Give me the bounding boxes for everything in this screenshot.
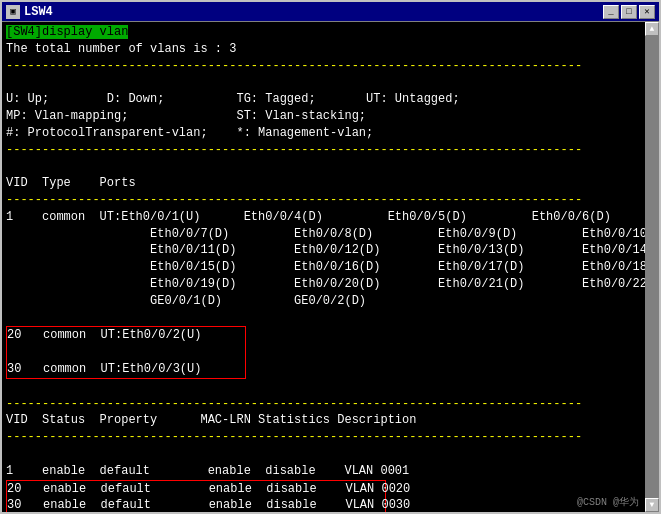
cmd-line: [SW4]display vlan — [6, 24, 655, 41]
vlan1-row1: 1 common UT:Eth0/0/1(U) Eth0/0/4(D) Eth0… — [6, 209, 655, 226]
scrollbar[interactable]: ▲ ▼ — [645, 22, 659, 512]
vlan-status-row1: 1 enable default enable disable VLAN 000… — [6, 463, 655, 480]
window: ▣ LSW4 _ □ ✕ [SW4]display vlan The total… — [0, 0, 661, 514]
title-buttons: _ □ ✕ — [603, 5, 655, 19]
blank3 — [6, 310, 655, 327]
legend-line2: MP: Vlan-mapping; ST: Vlan-stacking; — [6, 108, 655, 125]
separator5: ----------------------------------------… — [6, 429, 655, 446]
separator2: ----------------------------------------… — [6, 142, 655, 159]
title-bar-left: ▣ LSW4 — [6, 5, 53, 19]
vlan20-30-status-highlight: 20 enable default enable disable VLAN 00… — [6, 480, 386, 512]
blank6 — [6, 446, 655, 463]
blank4 — [7, 344, 245, 361]
table-header2: VID Status Property MAC-LRN Statistics D… — [6, 412, 655, 429]
maximize-button[interactable]: □ — [621, 5, 637, 19]
vlan1-row4: Eth0/0/15(D) Eth0/0/16(D) Eth0/0/17(D) E… — [6, 259, 655, 276]
separator3: ----------------------------------------… — [6, 192, 655, 209]
vlan30-row: 30 common UT:Eth0/0/3(U) — [7, 361, 245, 378]
table-header1: VID Type Ports — [6, 175, 655, 192]
vlan-status-row20: 20 enable default enable disable VLAN 00… — [7, 481, 385, 498]
vlan1-row6: GE0/0/1(D) GE0/0/2(D) — [6, 293, 655, 310]
vlan20-30-highlight: 20 common UT:Eth0/0/2(U) 30 common UT:Et… — [6, 326, 246, 378]
vlan1-row5: Eth0/0/19(D) Eth0/0/20(D) Eth0/0/21(D) E… — [6, 276, 655, 293]
vlan20-row: 20 common UT:Eth0/0/2(U) — [7, 327, 245, 344]
scroll-up-button[interactable]: ▲ — [645, 22, 659, 36]
legend-line3: #: ProtocolTransparent-vlan; *: Manageme… — [6, 125, 655, 142]
legend-line1: U: Up; D: Down; TG: Tagged; UT: Untagged… — [6, 91, 655, 108]
vlan-status-row30: 30 enable default enable disable VLAN 00… — [7, 497, 385, 512]
blank2 — [6, 158, 655, 175]
close-button[interactable]: ✕ — [639, 5, 655, 19]
blank5 — [6, 379, 655, 396]
scroll-track[interactable] — [645, 36, 659, 498]
total-vlans-line: The total number of vlans is : 3 — [6, 41, 655, 58]
window-title: LSW4 — [24, 5, 53, 19]
terminal-body: [SW4]display vlan The total number of vl… — [2, 22, 659, 512]
minimize-button[interactable]: _ — [603, 5, 619, 19]
title-bar: ▣ LSW4 _ □ ✕ — [2, 2, 659, 22]
vlan1-row3: Eth0/0/11(D) Eth0/0/12(D) Eth0/0/13(D) E… — [6, 242, 655, 259]
vlan1-row2: Eth0/0/7(D) Eth0/0/8(D) Eth0/0/9(D) Eth0… — [6, 226, 655, 243]
blank1 — [6, 74, 655, 91]
separator4: ----------------------------------------… — [6, 396, 655, 413]
watermark: @CSDN @华为 — [577, 496, 639, 510]
window-icon: ▣ — [6, 5, 20, 19]
scroll-down-button[interactable]: ▼ — [645, 498, 659, 512]
separator1: ----------------------------------------… — [6, 58, 655, 75]
cmd-highlight: [SW4]display vlan — [6, 25, 128, 39]
